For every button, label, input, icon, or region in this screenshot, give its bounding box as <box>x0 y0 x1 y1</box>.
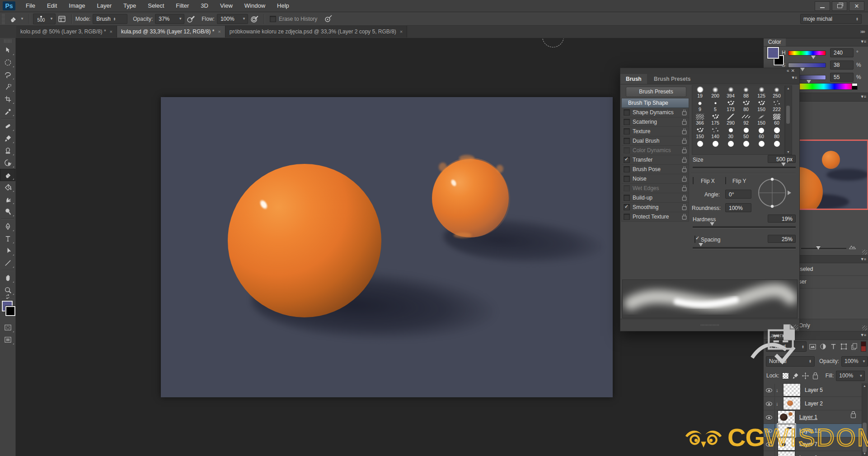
size-slider[interactable] <box>693 167 796 169</box>
brush-tip-cell[interactable]: 150 <box>754 99 769 113</box>
tool-crop[interactable] <box>0 93 15 105</box>
tab-color[interactable]: Color <box>764 38 786 46</box>
brush-tip-cell[interactable]: 125 <box>754 86 769 99</box>
tool-line[interactable] <box>0 257 15 269</box>
layers-scrollbar[interactable]: ▲ ▼ <box>862 383 868 456</box>
navigator-preview[interactable] <box>798 140 868 210</box>
layer-visibility-cell[interactable] <box>764 451 775 456</box>
brush-tip-cell[interactable]: 175 <box>708 113 723 126</box>
tool-path-selection[interactable] <box>0 245 15 257</box>
brush-option-wet-edges[interactable]: Wet Edges <box>622 184 689 193</box>
resize-grip[interactable] <box>862 326 867 330</box>
lock-all-icon[interactable] <box>812 372 819 380</box>
tool-eraser[interactable] <box>0 169 15 181</box>
menu-window[interactable]: Window <box>239 0 271 12</box>
layer-thumbnail[interactable] <box>783 397 801 410</box>
document-tab[interactable]: kolo.psd @ 50% (Layer 3, RGB/8) *× <box>16 26 117 37</box>
tool-dodge[interactable] <box>0 205 15 218</box>
layer-visibility-cell[interactable] <box>764 397 775 410</box>
spacing-value[interactable]: 25% <box>768 235 796 243</box>
flip-y-checkbox[interactable] <box>725 177 726 184</box>
pressure-size-button[interactable] <box>324 14 333 23</box>
menu-select[interactable]: Select <box>142 0 170 12</box>
opacity-input[interactable]: 37% ▼ <box>155 14 184 24</box>
tool-eyedropper[interactable] <box>0 105 15 117</box>
layer-visibility-cell[interactable] <box>764 424 775 437</box>
layer-visibility-cell[interactable] <box>764 384 775 396</box>
brush-tip-cell[interactable] <box>769 140 784 154</box>
brush-tip-cell[interactable] <box>692 140 708 154</box>
brush-tip-cell[interactable]: 50 <box>738 126 754 140</box>
layer-thumbnail[interactable] <box>778 424 795 437</box>
workspace-switcher[interactable]: moje michal ▲▼ <box>800 14 862 24</box>
brush-tip-cell[interactable]: 30 <box>723 126 738 140</box>
eye-icon[interactable] <box>766 442 772 447</box>
brush-tip-cell[interactable] <box>754 140 769 154</box>
flow-input[interactable]: 100% ▼ <box>217 14 248 24</box>
current-tool-button[interactable]: ▼ <box>9 14 24 23</box>
brush-tip-cell[interactable]: 290 <box>723 113 738 126</box>
eye-icon[interactable] <box>766 414 772 420</box>
filter-adjustment-layers-icon[interactable] <box>819 342 827 351</box>
resize-grip[interactable] <box>862 250 867 255</box>
document-tab[interactable]: kula.psd @ 33,3% (Layer 12, RGB/8) *× <box>117 26 225 37</box>
channel-value[interactable]: 38 <box>830 60 854 70</box>
tool-pen[interactable] <box>0 220 15 233</box>
layer-name[interactable]: Layer 1 <box>799 414 817 420</box>
slider-thumb[interactable] <box>699 243 703 247</box>
brush-tip-cell[interactable]: 222 <box>769 99 784 113</box>
layer-name[interactable]: Layer 2 <box>805 400 823 407</box>
mode-select[interactable]: Brush ▲▼ <box>93 14 127 24</box>
lock-icon[interactable] <box>682 130 686 134</box>
tool-magic-wand[interactable] <box>0 81 15 93</box>
size-value[interactable]: 500 px <box>768 155 796 163</box>
channel-slider[interactable] <box>788 63 826 68</box>
tool-lasso[interactable] <box>0 69 15 81</box>
swap-colors-icon[interactable] <box>1 293 14 300</box>
restore-button[interactable] <box>832 1 847 11</box>
option-checkbox[interactable] <box>624 176 630 182</box>
brush-tip-cell[interactable]: 88 <box>738 86 754 99</box>
lock-icon[interactable] <box>682 149 686 153</box>
toggle-brush-panel-button[interactable] <box>57 14 66 23</box>
layer-row[interactable]: Layer 7 <box>764 437 862 451</box>
panel-menu-icon[interactable]: ▼≡ <box>860 94 866 99</box>
tool-paint-bucket[interactable] <box>0 181 15 193</box>
lock-icon[interactable] <box>682 140 686 144</box>
brush-option-texture[interactable]: Texture <box>622 127 689 136</box>
menu-edit[interactable]: Edit <box>41 0 63 12</box>
spacing-slider[interactable] <box>693 247 796 249</box>
lock-icon[interactable] <box>682 121 686 125</box>
panel-menu-icon[interactable]: ▼≡ <box>791 75 797 80</box>
brush-option-scattering[interactable]: Scattering <box>622 117 689 127</box>
menu-layer[interactable]: Layer <box>91 0 118 12</box>
toolbar-grip[interactable] <box>4 39 11 43</box>
lock-icon[interactable] <box>682 187 686 191</box>
layer-opacity-input[interactable]: 100% ▼ <box>841 356 868 367</box>
eye-icon[interactable] <box>766 401 772 406</box>
lock-icon[interactable] <box>682 168 686 172</box>
menu-file[interactable]: File <box>20 0 41 12</box>
tool-move[interactable] <box>0 44 15 56</box>
brush-tip-cell[interactable]: 60 <box>769 113 784 126</box>
tool-smudge[interactable] <box>0 193 15 205</box>
close-panel-icon[interactable]: ✕ <box>791 68 797 73</box>
layer-visibility-cell[interactable] <box>764 438 775 451</box>
resize-grip[interactable] <box>793 325 798 330</box>
scroll-up-icon[interactable]: ▲ <box>863 384 866 387</box>
brush-tip-cell[interactable] <box>723 140 738 154</box>
brush-presets-button[interactable]: Brush Presets <box>626 87 686 97</box>
scroll-up-icon[interactable]: ▲ <box>787 87 790 90</box>
lock-position-icon[interactable] <box>802 372 809 380</box>
brush-preset-picker[interactable]: 500 ▼ <box>33 14 56 24</box>
eye-icon[interactable] <box>766 428 772 433</box>
option-checkbox[interactable] <box>624 128 630 135</box>
option-checkbox[interactable] <box>624 138 630 144</box>
brush-tip-cell[interactable]: 80 <box>738 99 754 113</box>
tab-close-icon[interactable]: × <box>400 29 403 34</box>
brush-option-dual-brush[interactable]: Dual Brush <box>622 136 689 146</box>
menu-3d[interactable]: 3D <box>195 0 214 12</box>
brush-tip-cell[interactable]: 394 <box>723 86 738 99</box>
brush-option-brush-pose[interactable]: Brush Pose <box>622 165 689 174</box>
tool-history-brush[interactable] <box>0 157 15 169</box>
